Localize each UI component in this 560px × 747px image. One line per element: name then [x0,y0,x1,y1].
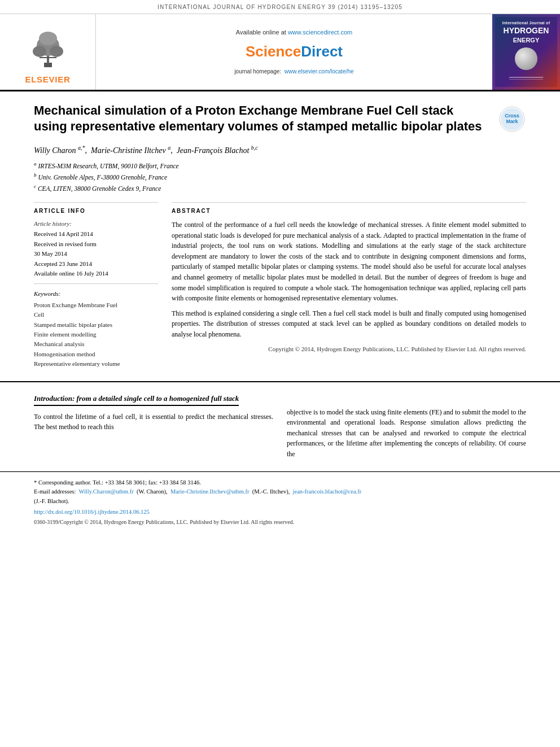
affiliation-3: c CEA, LITEN, 38000 Grenoble Cedex 9, Fr… [34,183,526,193]
elsevier-brand-text: ELSEVIER [25,73,70,85]
accepted-date: Accepted 23 June 2014 [34,260,158,268]
author-2-name: Marie-Christine Iltchev [91,146,166,155]
author-1-name: Willy Charon [34,146,76,155]
journal-cover-thumbnail: International Journal of HYDROGEN ENERGY [492,14,560,90]
email-willy[interactable]: Willy.Charon@utbm.fr [78,488,133,495]
svg-rect-6 [40,57,56,58]
article-info-abstract-cols: Article Info Article history: Received 1… [34,202,526,369]
abstract-paragraph-2: This method is explained considering a s… [172,308,526,340]
body-content-area: Introduction: from a detailed single cel… [0,382,560,471]
body-right-col: objective is to model the stack using fi… [287,394,526,460]
svg-rect-0 [44,63,52,67]
authors-section: Willy Charon a,*, Marie-Christine Iltche… [34,144,526,156]
author-3-name: Jean-François Blachot [177,146,250,155]
abstract-paragraph-1: The control of the performance of a fuel… [172,220,526,304]
jf-name-line: (J.-F. Blachot). [34,497,526,506]
keyword-1b: Cell [34,311,158,319]
svg-point-5 [39,32,57,45]
cover-inner: International Journal of HYDROGEN ENERGY [495,17,557,87]
doi-line[interactable]: http://dx.doi.org/10.1016/j.ijhydene.201… [34,508,526,517]
cover-decorative-circle [515,47,537,70]
article-history: Article history: Received 14 April 2014 … [34,220,158,278]
keyword-4: Mechanical analysis [34,340,158,348]
author-2-sup: a [168,145,170,151]
sciencedirect-logo: ScienceDirect [246,41,343,62]
cover-title-line: International Journal of [502,20,550,25]
cover-hydrogen-text: HYDROGEN [504,27,549,35]
email-jf[interactable]: jean-francois.blachot@cea.fr [293,488,362,495]
body-left-col: Introduction: from a detailed single cel… [34,394,273,460]
received-2-label: Received in revised form [34,240,158,248]
keyword-6: Representative elementary volume [34,360,158,368]
keyword-5: Homogenisation method [34,350,158,359]
body-two-col: Introduction: from a detailed single cel… [34,394,526,460]
keyword-2: Stamped metallic bipolar plates [34,321,158,329]
bottom-copyright: 0360-3199/Copyright © 2014, Hydrogen Ene… [34,518,526,526]
elsevier-tree-icon [23,32,73,71]
cover-decoration-svg [509,72,543,84]
affiliation-2: b Univ. Grenoble Alpes, F-38000 Grenoble… [34,172,526,182]
article-info-column: Article Info Article history: Received 1… [34,202,158,369]
email-mc[interactable]: Marie-Christine.Iltchev@utbm.fr [170,488,250,495]
intro-right-text: objective is to model the stack using fi… [287,407,526,460]
keyword-1: Proton Exchange Membrane Fuel [34,301,158,309]
email-line: E-mail addresses: Willy.Charon@utbm.fr (… [34,488,526,496]
article-main-title: Mechanical simulation of a Proton Exchan… [34,103,498,135]
article-title-row: Mechanical simulation of a Proton Exchan… [34,103,526,135]
email-label: E-mail addresses: [34,488,76,495]
author-3-sup: b,c [251,145,258,151]
keywords-section: Keywords: Proton Exchange Membrane Fuel … [34,290,158,368]
author-1-sup: a,* [78,145,85,151]
affiliations-section: a IRTES-M3M Research, UTBM, 90010 Belfor… [34,160,526,193]
abstract-heading: Abstract [172,207,526,215]
divider-1 [34,283,158,284]
article-header-area: Mechanical simulation of a Proton Exchan… [0,91,560,382]
svg-text:Cross: Cross [505,113,519,119]
keywords-label: Keywords: [34,290,158,298]
footnote-area: * Corresponding author. Tel.: +33 384 58… [0,471,560,532]
homepage-url[interactable]: www.elsevier.com/locate/he [285,68,354,75]
svg-point-4 [50,46,63,57]
elsevier-logo-area: ELSEVIER [0,14,96,90]
journal-center-info: Available online at www.sciencedirect.co… [96,14,492,90]
abstract-column: Abstract The control of the performance … [172,202,526,369]
corresponding-author-line: * Corresponding author. Tel.: +33 384 58… [34,479,526,487]
journal-top-bar: International Journal of Hydrogen Energy… [0,0,560,14]
cover-energy-text: ENERGY [513,36,539,45]
mc-name: (M.-C. Iltchev), [252,488,290,495]
available-online-text: Available online at www.sciencedirect.co… [236,28,352,37]
svg-rect-7 [509,77,543,78]
journal-homepage-line: journal homepage: www.elsevier.com/locat… [234,68,353,76]
abstract-copyright: Copyright © 2014, Hydrogen Energy Public… [172,344,526,354]
journal-header: ELSEVIER Available online at www.science… [0,14,560,91]
intro-left-text: To control the lifetime of a fuel cell, … [34,412,273,433]
received-2-date: 30 May 2014 [34,250,158,258]
available-online-date: Available online 16 July 2014 [34,269,158,278]
svg-rect-8 [509,79,543,80]
svg-text:Mark: Mark [506,119,518,124]
sciencedirect-url[interactable]: www.sciencedirect.com [288,29,352,36]
keyword-3: Finite element modelling [34,330,158,339]
introduction-heading: Introduction: from a detailed single cel… [34,394,239,406]
article-info-heading: Article Info [34,207,158,215]
willy-name: (W. Charon), [137,488,168,495]
journal-citation: International Journal of Hydrogen Energy… [158,4,403,10]
svg-point-3 [33,46,46,57]
received-1: Received 14 April 2014 [34,230,158,238]
abstract-text: The control of the performance of a fuel… [172,220,526,354]
crossmark-badge[interactable]: Cross Mark [498,105,526,133]
history-label: Article history: [34,220,158,228]
affiliation-1: a IRTES-M3M Research, UTBM, 90010 Belfor… [34,160,526,171]
